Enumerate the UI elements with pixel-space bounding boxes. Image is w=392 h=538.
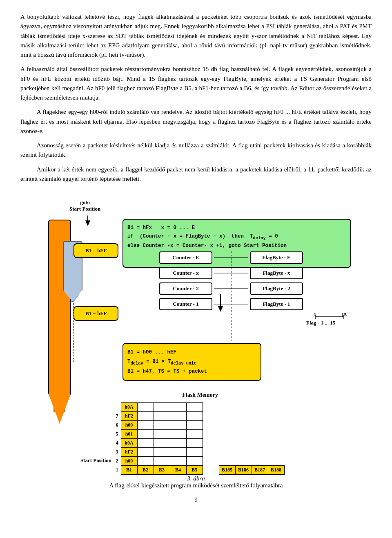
b1-hff-box-1: B1 = hFF xyxy=(74,243,118,258)
figure-description: A flag-ekkel kiegészített program működé… xyxy=(109,482,283,489)
figure-caption: 3. ábra A flag-ekkel kiegészített progra… xyxy=(109,475,283,489)
big-green-code-box: B1 = hFx x = 0 ... E if (Counter - x = F… xyxy=(122,219,351,268)
page-number: 9 xyxy=(20,496,372,503)
memory-row-3: 3 hF2 xyxy=(105,448,284,457)
memory-row-1: 1 B1 B2 B3 B4 B5 B185 B186 B187 B188 xyxy=(105,466,284,475)
counter-1-box: Counter - 1 xyxy=(159,298,212,310)
flash-memory-label: Flash Memory xyxy=(159,392,241,398)
big-green-code-text: B1 = hFx x = 0 ... E if (Counter - x = F… xyxy=(127,224,346,251)
flagbyte-2-box: FlagByte - 2 xyxy=(250,282,303,295)
counter-2-box: Counter - 2 xyxy=(159,282,212,295)
flagbyte-e-box: FlagByte - E xyxy=(250,251,303,264)
memory-table: h0A 7 hF2 xyxy=(105,402,285,475)
paragraph-3: A flagekhez egy-egy h00-ról induló száml… xyxy=(20,107,372,136)
counter-x-box: Counter - x xyxy=(159,267,212,279)
small-yellow-code-text: B1 = h00 ... hEF Tdelay = B1 × Tdelay un… xyxy=(127,348,256,376)
diagram-section: gotoStart Position B1 = hFF B1 = hFF B1 … xyxy=(20,192,372,489)
svg-marker-2 xyxy=(85,220,90,226)
figure-number: 3. ábra xyxy=(109,475,283,482)
paragraph-5: Amikor a két érték nem egyezik, a flagge… xyxy=(20,165,372,184)
start-position-label-bottom: Start Position xyxy=(69,457,122,464)
memory-row-7: 7 hF2 xyxy=(105,412,284,421)
memory-row-empty: h0A xyxy=(105,403,284,412)
small-yellow-code-box: B1 = h00 ... hEF Tdelay = B1 × Tdelay un… xyxy=(122,343,261,381)
paragraph-2: A felhasználó által összeállított packet… xyxy=(20,64,372,102)
counter-e-box: Counter - E xyxy=(159,251,212,264)
b1-hff-box-2: B1 = hFF xyxy=(74,306,118,321)
paragraph-4: Azonosság esetén a packetet késleltetés … xyxy=(20,141,372,160)
memory-row-2: 2 h00 xyxy=(105,457,284,466)
memory-row-6: 6 h00 xyxy=(105,421,284,430)
memory-row-5: 5 h01 xyxy=(105,430,284,439)
flagbyte-1-box: FlagByte - 1 xyxy=(250,298,303,310)
memory-row-4: 4 h0A xyxy=(105,439,284,448)
paragraph-1: A bonyolultabb változat lehetővé teszi, … xyxy=(20,12,372,60)
diagram-wrapper: gotoStart Position B1 = hFF B1 = hFF B1 … xyxy=(20,192,372,469)
flagbyte-x-box: FlagByte - x xyxy=(250,267,303,279)
goto-label: gotoStart Position xyxy=(69,199,100,212)
